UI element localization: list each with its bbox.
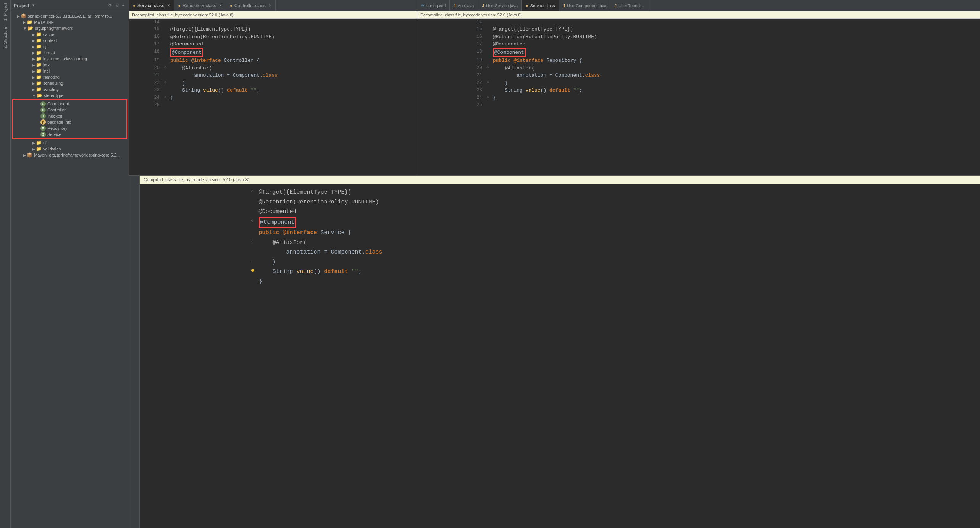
- table-row: 16 @Retention(RetentionPolicy.RUNTIME): [417, 33, 980, 41]
- instrument-label: instrument.classloading: [43, 57, 87, 61]
- org-springframework-item[interactable]: ▼ 📂 org.springframework: [11, 25, 129, 31]
- table-row: annotation = Component.class: [140, 247, 980, 257]
- annotation: @Documented: [170, 41, 203, 47]
- collapse-icon[interactable]: –: [121, 3, 126, 8]
- validation-label: validation: [43, 147, 61, 151]
- repository-class-item[interactable]: R Repository: [13, 125, 126, 131]
- scheduling-item[interactable]: ▶ 📁 scheduling: [11, 80, 129, 86]
- top-right-info-bar: Decompiled .class file, bytecode version…: [417, 11, 980, 19]
- code-line: public @interface Controller {: [170, 57, 417, 65]
- line-gutter: [251, 197, 259, 207]
- repository-class-icon: R: [40, 126, 46, 131]
- scripting-label: scripting: [43, 87, 59, 92]
- jndi-icon: 📁: [36, 68, 42, 74]
- line-num: [140, 228, 251, 238]
- code-line: [170, 102, 417, 108]
- annotation: @Target({ElementType.TYPE}): [259, 189, 352, 195]
- format-item[interactable]: ▶ 📁 format: [11, 50, 129, 56]
- stereotype-icon: 📂: [37, 93, 42, 98]
- remoting-label: remoting: [43, 75, 60, 79]
- controller-class-tab[interactable]: ● Controller.class ✕: [226, 0, 276, 11]
- table-row: 18 @Component: [417, 48, 980, 57]
- line-num: 16: [129, 33, 164, 41]
- userrepo-label: UserReposi...: [618, 3, 644, 8]
- instrument-item[interactable]: ▶ 📁 instrument.classloading: [11, 56, 129, 62]
- stereotype-arrow: ▼: [32, 94, 36, 98]
- usercomponent-tab[interactable]: J UserComponent.java: [559, 0, 611, 11]
- repository-class-tab[interactable]: ● Repository class ✕: [174, 0, 226, 11]
- table-row: String value() default "";: [140, 267, 980, 277]
- userrepo-tab[interactable]: J UserReposi...: [610, 0, 648, 11]
- userservice-tab[interactable]: J UserService.java: [478, 0, 522, 11]
- service-class-tab[interactable]: ● Service class ✕: [129, 0, 174, 11]
- sync-icon[interactable]: ⟳: [107, 3, 113, 8]
- table-row: 24 ◇ }: [129, 94, 417, 102]
- validation-item[interactable]: ▶ 📁 validation: [11, 146, 129, 152]
- line-num: [140, 197, 251, 207]
- annotation: @Target({ElementType.TYPE}): [493, 26, 573, 32]
- package-info-item[interactable]: p package-info: [13, 119, 126, 125]
- keyword: class: [263, 73, 278, 78]
- userrepo-icon: J: [614, 3, 617, 8]
- service-tab-label: Service class: [137, 3, 165, 8]
- table-row: 23 String value() default "";: [129, 87, 417, 94]
- jndi-item[interactable]: ▶ 📁 jndi: [11, 68, 129, 74]
- line-gutter: [164, 40, 170, 48]
- repo-tab-close[interactable]: ✕: [219, 3, 222, 8]
- interface-name: Controller: [224, 58, 253, 63]
- scheduling-label: scheduling: [43, 81, 63, 86]
- table-row: 15 @Target({ElementType.TYPE}): [417, 26, 980, 33]
- stereotype-item[interactable]: ▼ 📂 stereotype: [11, 92, 129, 98]
- scripting-item[interactable]: ▶ 📁 scripting: [11, 86, 129, 92]
- userservice-label: UserService.java: [486, 3, 518, 8]
- ui-item[interactable]: ▶ 📁 ui: [11, 140, 129, 146]
- code-line: }: [259, 277, 980, 287]
- service-class-item[interactable]: S Service: [13, 131, 126, 137]
- ctrl-tab-icon: ●: [230, 3, 232, 8]
- bottom-info-text: Compiled .class file, bytecode version: …: [144, 177, 249, 182]
- jmx-item[interactable]: ▶ 📁 jmx: [11, 62, 129, 68]
- line-gutter: ◇: [164, 94, 170, 102]
- table-row: ◇ @Component: [140, 217, 980, 228]
- jar-item[interactable]: ▶ 📦 spring-context-5.2.3.RELEASE.jar lib…: [11, 13, 129, 19]
- main-container: 1: Project Z: Structure Project ▼ ⟳ ⚙ – …: [0, 0, 980, 528]
- annotation: @AliasFor(: [182, 65, 212, 71]
- top-right-info-text: Decompiled .class file, bytecode version…: [420, 13, 522, 17]
- annotation: @Target({ElementType.TYPE}): [170, 26, 251, 32]
- scripting-arrow: ▶: [32, 87, 35, 92]
- project-tab[interactable]: 1: Project: [3, 3, 8, 21]
- spring-xml-tab[interactable]: ≋ spring.xml: [417, 0, 450, 11]
- code-table-right: 14 15 @Target({ElementType.TYPE}) 16: [417, 19, 980, 108]
- app-java-tab[interactable]: J App.java: [450, 0, 478, 11]
- meta-inf-item[interactable]: ▶ 📁 META-INF: [11, 19, 129, 25]
- line-gutter: [164, 87, 170, 94]
- code-line: @Component: [259, 217, 980, 228]
- controller-class-item[interactable]: C Controller: [13, 107, 126, 113]
- table-row: 22 ◇ ): [417, 79, 980, 87]
- ui-icon: 📁: [36, 140, 42, 145]
- line-gutter: [487, 33, 493, 41]
- structure-tab[interactable]: Z: Structure: [3, 27, 8, 48]
- cache-label: cache: [43, 32, 54, 37]
- indexed-class-item[interactable]: I Indexed: [13, 113, 126, 119]
- component-class-item[interactable]: C Component: [13, 101, 126, 107]
- code-line: @Retention(RetentionPolicy.RUNTIME): [170, 33, 417, 41]
- maven-item[interactable]: ▶ 📦 Maven: org.springframework:spring-co…: [11, 152, 129, 158]
- line-num: 24: [417, 94, 487, 102]
- validation-arrow: ▶: [32, 147, 35, 151]
- service-class-icon-right: ●: [526, 3, 528, 8]
- cache-folder-icon: 📁: [36, 32, 42, 37]
- meta-inf-label: META-INF: [34, 20, 53, 24]
- cache-item[interactable]: ▶ 📁 cache: [11, 31, 129, 37]
- line-gutter: [487, 102, 493, 108]
- service-class-tab-right[interactable]: ● Service.class: [522, 0, 559, 11]
- table-row: @Documented: [140, 207, 980, 217]
- sidebar-dropdown[interactable]: ▼: [32, 3, 35, 8]
- settings-icon[interactable]: ⚙: [115, 3, 119, 8]
- context-item[interactable]: ▶ 📁 context: [11, 37, 129, 44]
- service-tab-close[interactable]: ✕: [167, 3, 170, 8]
- remoting-item[interactable]: ▶ 📁 remoting: [11, 74, 129, 80]
- ctrl-tab-close[interactable]: ✕: [268, 3, 271, 8]
- jar-label: spring-context-5.2.3.RELEASE.jar library…: [28, 14, 112, 18]
- ejb-item[interactable]: ▶ 📁 ejb: [11, 44, 129, 50]
